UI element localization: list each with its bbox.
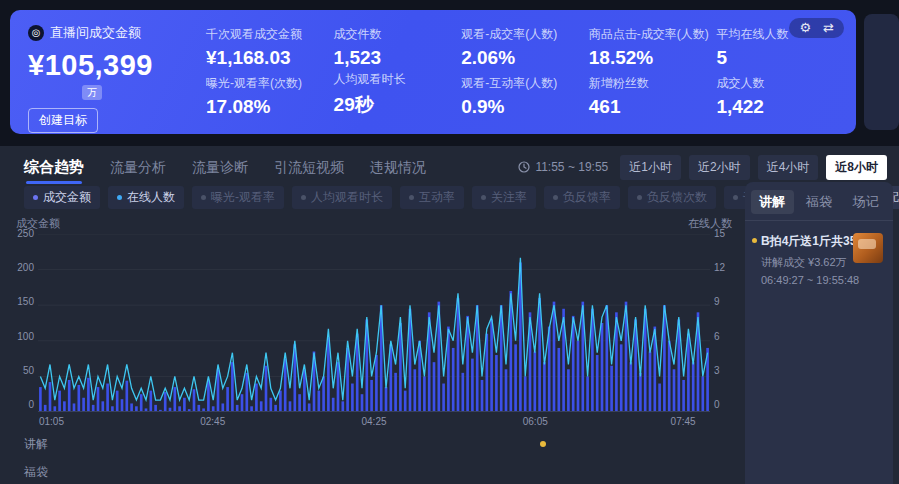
primary-metric-value: ¥105,399 [28,49,200,82]
metric-label: 商品点击-成交率(人数) [589,26,711,43]
metric-value: 18.52% [589,47,711,69]
trend-chart-area: 成交金额 在线人数 250 200 150 100 50 0 15 12 9 6… [0,214,744,484]
chip-online-users[interactable]: 在线人数 [108,186,184,209]
chip-label: 互动率 [419,189,455,206]
x-tick-label: 01:05 [39,416,64,427]
panel-tabs: 讲解 福袋 场记 [745,182,893,221]
panel-tab-log[interactable]: 场记 [844,190,887,214]
tab-traffic-analysis[interactable]: 流量分析 [110,159,166,177]
metric-label: 观看-成交率(人数) [461,26,583,43]
chip-dot [201,195,206,200]
time-range-text: 11:55 ~ 19:55 [535,160,608,174]
right-axis-ticks: 15 12 9 6 3 0 [714,228,736,410]
chip-label: 负反馈率 [563,189,611,206]
metric-value: 1,523 [334,47,456,69]
chip-negative-feedback-count[interactable]: 负反馈次数 [628,186,716,209]
timeline-row-explain: 讲解 [0,436,744,452]
tick-label: 50 [23,365,34,376]
metric-label: 观看-互动率(人数) [461,75,583,92]
chip-follow-rate[interactable]: 关注率 [472,186,536,209]
explain-panel: 讲解 福袋 场记 B拍4斤送1斤共35-4... 讲解成交 ¥3.62万 06:… [745,182,893,484]
left-axis-ticks: 250 200 150 100 50 0 [8,228,34,410]
metric-value: 0.9% [461,96,583,118]
gear-icon[interactable]: ⚙ [799,20,811,36]
time-button-2h[interactable]: 近2小时 [689,155,750,180]
tick-label: 0 [28,399,34,410]
metric-value: 1,422 [716,96,838,118]
time-button-4h[interactable]: 近4小时 [758,155,819,180]
explain-time-range: 06:49:27 ~ 19:55:48 [761,274,883,286]
chip-exposure-view-rate[interactable]: 曝光-观看率 [192,186,284,209]
swap-icon[interactable]: ⇄ [823,20,834,36]
metric-label: 人均观看时长 [334,71,456,88]
live-analytics-dashboard: ◎ 直播间成交金额 ¥105,399 万 创建目标 千次观看成交金额¥1,168… [0,0,899,484]
item-bullet-dot [752,238,757,243]
nav-tabs-row: 综合趋势 流量分析 流量诊断 引流短视频 违规情况 11:55 ~ 19:55 … [0,152,899,182]
metrics-summary-card: ◎ 直播间成交金额 ¥105,399 万 创建目标 千次观看成交金额¥1,168… [10,10,856,134]
tick-label: 150 [17,296,34,307]
tick-label: 0 [714,399,720,410]
metric-column: 观看-成交率(人数)2.06% 观看-互动率(人数)0.9% [455,24,583,122]
chip-interaction-rate[interactable]: 互动率 [400,186,464,209]
time-button-1h[interactable]: 近1小时 [620,155,681,180]
tick-label: 9 [714,296,720,307]
timeline-track [52,464,744,480]
explain-item[interactable]: B拍4斤送1斤共35-4... 讲解成交 ¥3.62万 06:49:27 ~ 1… [745,221,893,286]
chip-label: 曝光-观看率 [211,189,275,206]
trend-chart-plot[interactable] [38,234,710,412]
panel-tab-luckybag[interactable]: 福袋 [798,190,841,214]
chip-dot [409,195,414,200]
primary-metric-label: 直播间成交金额 [50,24,141,42]
metric-value: 2.06% [461,47,583,69]
chip-label: 关注率 [491,189,527,206]
tab-short-video[interactable]: 引流短视频 [274,159,344,177]
metric-column: 商品点击-成交率(人数)18.52% 新增粉丝数461 [583,24,711,122]
panel-tab-explain[interactable]: 讲解 [751,190,794,214]
card-actions: ⚙ ⇄ [789,18,844,38]
time-controls: 11:55 ~ 19:55 近1小时 近2小时 近4小时 近8小时 [518,155,887,180]
tick-label: 100 [17,331,34,342]
x-tick-label: 04:25 [361,416,386,427]
metric-value: 5 [716,47,838,69]
x-axis-labels: 01:05 02:45 04:25 06:05 07:45 [38,416,710,430]
create-goal-button[interactable]: 创建目标 [28,108,98,133]
chip-negative-feedback-rate[interactable]: 负反馈率 [544,186,620,209]
metric-chips-row: 成交金额 在线人数 曝光-观看率 人均观看时长 互动率 关注率 负反馈率 负反馈… [24,186,734,209]
tick-label: 6 [714,331,720,342]
time-button-8h[interactable]: 近8小时 [826,155,887,180]
chip-avg-watch-time[interactable]: 人均观看时长 [292,186,392,209]
chip-dot [553,195,558,200]
timeline-row-luckybag: 福袋 [0,464,744,480]
timeline-marker-dot[interactable] [540,441,546,447]
time-range[interactable]: 11:55 ~ 19:55 [518,160,608,174]
chip-dot [733,195,738,200]
metric-label: 新增粉丝数 [589,75,711,92]
metric-value: 29秒 [334,92,456,118]
chip-label: 负反馈次数 [647,189,707,206]
product-title: B拍4斤送1斤共35-4... [761,233,853,250]
metric-label: 曝光-观看率(次数) [206,75,328,92]
unit-badge: 万 [82,85,102,100]
metric-label: 千次观看成交金额 [206,26,328,43]
tab-overall-trend[interactable]: 综合趋势 [24,158,84,177]
product-thumbnail [853,233,883,263]
metric-label: 成交件数 [334,26,456,43]
metric-label: 成交人数 [716,75,838,92]
target-icon: ◎ [28,25,44,41]
tab-violations[interactable]: 违规情况 [370,159,426,177]
timeline-track [52,436,744,452]
tick-label: 3 [714,365,720,376]
timeline-row-label: 福袋 [0,464,38,481]
x-tick-label: 07:45 [671,416,696,427]
clock-icon [518,161,530,173]
chip-label: 成交金额 [43,189,91,206]
chip-gmv[interactable]: 成交金额 [24,186,100,209]
metric-column: 千次观看成交金额¥1,168.03 曝光-观看率(次数)17.08% [200,24,328,122]
primary-metric: ◎ 直播间成交金额 ¥105,399 万 创建目标 [28,24,200,122]
x-tick-label: 06:05 [523,416,548,427]
chip-label: 人均观看时长 [311,189,383,206]
x-tick-label: 02:45 [200,416,225,427]
chip-dot [33,195,38,200]
tab-traffic-diagnosis[interactable]: 流量诊断 [192,159,248,177]
chip-dot [481,195,486,200]
